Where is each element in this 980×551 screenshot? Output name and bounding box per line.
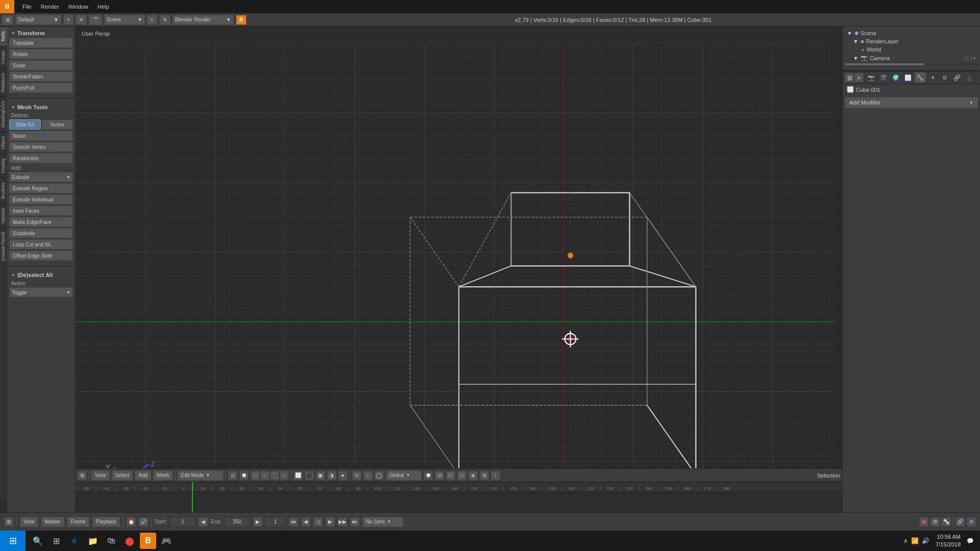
push-pull-button[interactable]: Push/Pull <box>9 83 73 93</box>
jump-end[interactable]: ⏭ <box>350 517 359 527</box>
tab-grease[interactable]: Grease Pencil <box>0 228 7 265</box>
taskbar-edge[interactable]: e <box>66 533 83 549</box>
prev-frame[interactable]: ◀ <box>301 517 310 527</box>
propfalloff-icon[interactable]: ⊙ <box>435 471 444 480</box>
taskbar-search[interactable]: 🔍 <box>30 533 46 549</box>
current-frame[interactable]: 1 <box>265 517 286 527</box>
play-btn[interactable]: ▶ <box>326 517 335 527</box>
extrude-region-button[interactable]: Extrude Region <box>9 183 73 193</box>
normals-icon[interactable]: ↑ <box>491 471 500 480</box>
scene-dropdown[interactable]: Scene▼ <box>104 15 145 25</box>
prop-world-icon[interactable]: 🌍 <box>890 72 901 83</box>
pivot-btn[interactable]: ⊙ <box>228 471 237 480</box>
menu-render[interactable]: Render <box>37 3 63 11</box>
tree-scrollbar[interactable] <box>845 63 978 65</box>
select-box[interactable]: □ <box>251 471 260 480</box>
sync-dropdown[interactable]: No Sync▼ <box>362 517 403 527</box>
network-icon[interactable]: 📶 <box>911 537 919 544</box>
prop-modifier-icon[interactable]: 🔧 <box>915 72 926 83</box>
viewport-3d[interactable]: Z X Y User Persp (1) Cube.001 <box>76 27 842 512</box>
playback-menu[interactable]: Playback <box>92 517 120 527</box>
shading-tex[interactable]: ▣ <box>316 471 325 480</box>
timeline-icon[interactable]: ⊞ <box>4 517 13 527</box>
tab-tools[interactable]: Tools <box>0 27 7 46</box>
tree-item-world[interactable]: ● World <box>845 45 978 54</box>
view-anim-menu[interactable]: View <box>20 517 38 527</box>
windows-start-button[interactable]: ⊞ <box>0 531 26 551</box>
cam-prop3[interactable]: + <box>973 56 976 61</box>
view-menu[interactable]: View <box>91 470 110 481</box>
volume-icon[interactable]: 🔊 <box>922 537 929 544</box>
menu-file[interactable]: File <box>18 3 36 11</box>
prop-scene-icon[interactable]: 🎬 <box>878 72 889 83</box>
keyframe-area[interactable] <box>76 492 842 512</box>
layout-dropdown[interactable]: Default▼ <box>15 15 61 25</box>
occlude-icon[interactable]: ⊛ <box>480 471 489 480</box>
toggle-dropdown[interactable]: Toggle ▼ <box>9 287 73 297</box>
prop-object-icon[interactable]: ⬜ <box>902 72 914 83</box>
shading-wire[interactable]: ⬜ <box>293 471 303 480</box>
expand-icon[interactable]: ∧ <box>903 537 908 544</box>
marker-menu[interactable]: Marker <box>41 517 64 527</box>
tweak-btn[interactable]: ↕ <box>280 471 289 480</box>
shading-solid[interactable]: ⬛ <box>305 471 314 480</box>
rotate-button[interactable]: Rotate <box>9 49 73 59</box>
translate-button[interactable]: Translate <box>9 38 73 48</box>
slide-edge-button[interactable]: Slide Ed <box>9 119 41 130</box>
select-menu[interactable]: Select <box>112 470 133 481</box>
mirror-icon[interactable]: ⬡ <box>446 471 455 480</box>
cam-prop2[interactable]: ↕ <box>970 56 972 61</box>
start-frame[interactable]: 1 <box>170 517 195 527</box>
shading-render[interactable]: ● <box>338 471 348 480</box>
menu-window[interactable]: Window <box>64 3 92 11</box>
tree-item-scene[interactable]: ▼ ◆ Scene <box>845 29 978 37</box>
transform-header[interactable]: ▼ Transform :: <box>9 29 73 38</box>
inset-faces-button[interactable]: Inset Faces <box>9 206 73 216</box>
vertex-button[interactable]: Vertex <box>42 119 74 130</box>
taskbar-explorer[interactable]: 📁 <box>85 533 101 549</box>
offset-edge-button[interactable]: Offset Edge Slide <box>9 251 73 261</box>
taskbar-chrome[interactable]: ⬤ <box>121 533 138 549</box>
snap-icon[interactable]: 🔲 <box>424 471 433 480</box>
audio-icon[interactable]: 🔊 <box>139 517 148 527</box>
pivot-dropdown[interactable]: Global▼ <box>386 470 422 481</box>
anim-armature[interactable]: 🦴 <box>942 517 951 527</box>
tab-options[interactable]: Options <box>0 203 7 228</box>
add-modifier-dropdown[interactable]: Add Modifier ▼ <box>845 97 978 108</box>
record-btn[interactable]: ⏺ <box>919 517 928 527</box>
tab-brushes[interactable]: Brushes <box>0 178 7 203</box>
prop-data-icon[interactable]: △ <box>964 72 975 83</box>
jump-start[interactable]: ⏮ <box>289 517 298 527</box>
viewport-overlay[interactable]: ◯ <box>375 471 384 480</box>
frame-menu[interactable]: Frame <box>67 517 89 527</box>
subdivide-button[interactable]: Subdivide <box>9 228 73 238</box>
end-incr[interactable]: ▶ <box>253 517 262 527</box>
end-frame[interactable]: 250 <box>225 517 250 527</box>
prop-material-icon[interactable]: ● <box>976 72 980 83</box>
prop-physics-icon[interactable]: ⚙ <box>939 72 950 83</box>
reverse-play[interactable]: ◁ <box>313 517 323 527</box>
scene-icon[interactable]: 🎬 <box>89 15 102 25</box>
notification-icon[interactable]: 💬 <box>967 538 974 544</box>
layout-add[interactable]: + <box>63 15 74 25</box>
extrude-dropdown[interactable]: Extrude ▼ <box>9 172 73 182</box>
menu-help[interactable]: Help <box>93 3 113 11</box>
tab-display[interactable]: Display <box>0 154 7 178</box>
loop-cut-button[interactable]: Loop Cut and Sli... <box>9 239 73 249</box>
taskbar-app2[interactable]: 🎮 <box>158 533 175 549</box>
mesh-menu[interactable]: Mesh <box>153 470 173 481</box>
noise-button[interactable]: Noise <box>9 131 73 141</box>
add-menu[interactable]: Add <box>135 470 151 481</box>
taskbar-task-view[interactable]: ⊞ <box>48 533 64 549</box>
mode-dropdown[interactable]: Edit Mode▼ <box>178 470 224 481</box>
viewport-scrollbar[interactable] <box>835 27 842 512</box>
renderer-dropdown[interactable]: Blender Render▼ <box>173 15 234 25</box>
tree-item-camera[interactable]: ▼ 📷 Camera 🎥 ↕ + <box>845 54 978 62</box>
viewport-mani[interactable]: ↕ <box>363 471 373 480</box>
smooth-vertex-button[interactable]: Smooth Vertex <box>9 142 73 152</box>
screen-icon[interactable]: ⊞ <box>2 15 13 25</box>
mesh-tools-header[interactable]: ▼ Mesh Tools :: <box>9 103 73 112</box>
select-circle[interactable]: ○ <box>260 471 270 480</box>
realtime-icon[interactable]: ⏰ <box>127 517 136 527</box>
tab-relations[interactable]: Relations <box>0 68 7 96</box>
